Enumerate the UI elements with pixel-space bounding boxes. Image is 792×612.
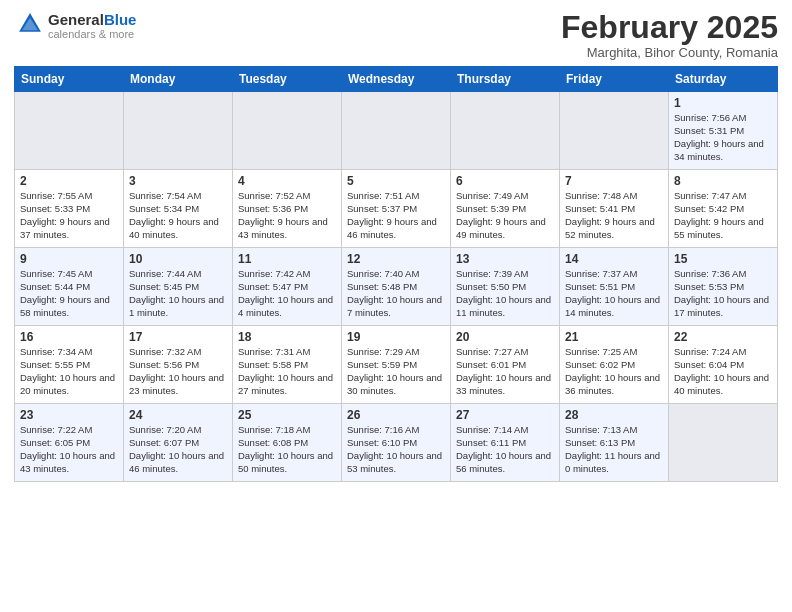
day-number: 20	[456, 330, 554, 344]
day-info: Sunrise: 7:32 AM Sunset: 5:56 PM Dayligh…	[129, 346, 227, 397]
calendar-day-cell: 27Sunrise: 7:14 AM Sunset: 6:11 PM Dayli…	[451, 404, 560, 482]
calendar-day-cell: 15Sunrise: 7:36 AM Sunset: 5:53 PM Dayli…	[669, 248, 778, 326]
logo: GeneralBlue calendars & more	[14, 10, 136, 42]
calendar-day-cell	[560, 92, 669, 170]
calendar-day-cell	[451, 92, 560, 170]
day-number: 19	[347, 330, 445, 344]
day-number: 28	[565, 408, 663, 422]
day-info: Sunrise: 7:14 AM Sunset: 6:11 PM Dayligh…	[456, 424, 554, 475]
day-number: 15	[674, 252, 772, 266]
calendar-day-cell: 17Sunrise: 7:32 AM Sunset: 5:56 PM Dayli…	[124, 326, 233, 404]
calendar-table: SundayMondayTuesdayWednesdayThursdayFrid…	[14, 66, 778, 482]
weekday-header: Friday	[560, 67, 669, 92]
day-number: 2	[20, 174, 118, 188]
day-info: Sunrise: 7:24 AM Sunset: 6:04 PM Dayligh…	[674, 346, 772, 397]
title-block: February 2025 Marghita, Bihor County, Ro…	[561, 10, 778, 60]
day-number: 21	[565, 330, 663, 344]
calendar-day-cell: 1Sunrise: 7:56 AM Sunset: 5:31 PM Daylig…	[669, 92, 778, 170]
day-info: Sunrise: 7:44 AM Sunset: 5:45 PM Dayligh…	[129, 268, 227, 319]
day-number: 25	[238, 408, 336, 422]
day-info: Sunrise: 7:31 AM Sunset: 5:58 PM Dayligh…	[238, 346, 336, 397]
weekday-header: Wednesday	[342, 67, 451, 92]
day-number: 16	[20, 330, 118, 344]
day-info: Sunrise: 7:18 AM Sunset: 6:08 PM Dayligh…	[238, 424, 336, 475]
location: Marghita, Bihor County, Romania	[561, 45, 778, 60]
calendar-day-cell: 25Sunrise: 7:18 AM Sunset: 6:08 PM Dayli…	[233, 404, 342, 482]
month-title: February 2025	[561, 10, 778, 45]
calendar-week-row: 1Sunrise: 7:56 AM Sunset: 5:31 PM Daylig…	[15, 92, 778, 170]
day-info: Sunrise: 7:54 AM Sunset: 5:34 PM Dayligh…	[129, 190, 227, 241]
calendar-day-cell	[233, 92, 342, 170]
calendar-week-row: 16Sunrise: 7:34 AM Sunset: 5:55 PM Dayli…	[15, 326, 778, 404]
day-number: 3	[129, 174, 227, 188]
day-number: 22	[674, 330, 772, 344]
day-number: 23	[20, 408, 118, 422]
header: GeneralBlue calendars & more February 20…	[14, 10, 778, 60]
calendar-day-cell	[124, 92, 233, 170]
day-info: Sunrise: 7:34 AM Sunset: 5:55 PM Dayligh…	[20, 346, 118, 397]
day-number: 10	[129, 252, 227, 266]
day-number: 24	[129, 408, 227, 422]
day-info: Sunrise: 7:40 AM Sunset: 5:48 PM Dayligh…	[347, 268, 445, 319]
day-info: Sunrise: 7:20 AM Sunset: 6:07 PM Dayligh…	[129, 424, 227, 475]
calendar-day-cell: 7Sunrise: 7:48 AM Sunset: 5:41 PM Daylig…	[560, 170, 669, 248]
calendar-day-cell: 5Sunrise: 7:51 AM Sunset: 5:37 PM Daylig…	[342, 170, 451, 248]
calendar-day-cell: 14Sunrise: 7:37 AM Sunset: 5:51 PM Dayli…	[560, 248, 669, 326]
calendar-day-cell	[342, 92, 451, 170]
calendar-day-cell: 11Sunrise: 7:42 AM Sunset: 5:47 PM Dayli…	[233, 248, 342, 326]
calendar-day-cell: 4Sunrise: 7:52 AM Sunset: 5:36 PM Daylig…	[233, 170, 342, 248]
day-number: 1	[674, 96, 772, 110]
weekday-header: Saturday	[669, 67, 778, 92]
day-info: Sunrise: 7:39 AM Sunset: 5:50 PM Dayligh…	[456, 268, 554, 319]
day-info: Sunrise: 7:56 AM Sunset: 5:31 PM Dayligh…	[674, 112, 772, 163]
day-info: Sunrise: 7:27 AM Sunset: 6:01 PM Dayligh…	[456, 346, 554, 397]
day-number: 26	[347, 408, 445, 422]
logo-blue: Blue	[104, 11, 137, 28]
day-info: Sunrise: 7:48 AM Sunset: 5:41 PM Dayligh…	[565, 190, 663, 241]
calendar-week-row: 2Sunrise: 7:55 AM Sunset: 5:33 PM Daylig…	[15, 170, 778, 248]
day-number: 27	[456, 408, 554, 422]
calendar-page: GeneralBlue calendars & more February 20…	[0, 0, 792, 612]
calendar-week-row: 9Sunrise: 7:45 AM Sunset: 5:44 PM Daylig…	[15, 248, 778, 326]
weekday-header: Thursday	[451, 67, 560, 92]
day-info: Sunrise: 7:45 AM Sunset: 5:44 PM Dayligh…	[20, 268, 118, 319]
day-info: Sunrise: 7:55 AM Sunset: 5:33 PM Dayligh…	[20, 190, 118, 241]
day-number: 4	[238, 174, 336, 188]
calendar-header-row: SundayMondayTuesdayWednesdayThursdayFrid…	[15, 67, 778, 92]
day-info: Sunrise: 7:47 AM Sunset: 5:42 PM Dayligh…	[674, 190, 772, 241]
day-number: 8	[674, 174, 772, 188]
day-info: Sunrise: 7:36 AM Sunset: 5:53 PM Dayligh…	[674, 268, 772, 319]
day-number: 6	[456, 174, 554, 188]
weekday-header: Tuesday	[233, 67, 342, 92]
day-info: Sunrise: 7:49 AM Sunset: 5:39 PM Dayligh…	[456, 190, 554, 241]
day-number: 13	[456, 252, 554, 266]
weekday-header: Monday	[124, 67, 233, 92]
day-info: Sunrise: 7:16 AM Sunset: 6:10 PM Dayligh…	[347, 424, 445, 475]
calendar-day-cell: 3Sunrise: 7:54 AM Sunset: 5:34 PM Daylig…	[124, 170, 233, 248]
day-info: Sunrise: 7:37 AM Sunset: 5:51 PM Dayligh…	[565, 268, 663, 319]
calendar-day-cell: 6Sunrise: 7:49 AM Sunset: 5:39 PM Daylig…	[451, 170, 560, 248]
calendar-day-cell: 12Sunrise: 7:40 AM Sunset: 5:48 PM Dayli…	[342, 248, 451, 326]
day-number: 5	[347, 174, 445, 188]
calendar-day-cell: 20Sunrise: 7:27 AM Sunset: 6:01 PM Dayli…	[451, 326, 560, 404]
calendar-day-cell	[669, 404, 778, 482]
logo-icon	[16, 10, 44, 38]
calendar-day-cell: 13Sunrise: 7:39 AM Sunset: 5:50 PM Dayli…	[451, 248, 560, 326]
day-number: 12	[347, 252, 445, 266]
day-number: 17	[129, 330, 227, 344]
calendar-day-cell: 10Sunrise: 7:44 AM Sunset: 5:45 PM Dayli…	[124, 248, 233, 326]
day-info: Sunrise: 7:13 AM Sunset: 6:13 PM Dayligh…	[565, 424, 663, 475]
day-number: 7	[565, 174, 663, 188]
calendar-day-cell: 2Sunrise: 7:55 AM Sunset: 5:33 PM Daylig…	[15, 170, 124, 248]
day-number: 11	[238, 252, 336, 266]
calendar-week-row: 23Sunrise: 7:22 AM Sunset: 6:05 PM Dayli…	[15, 404, 778, 482]
weekday-header: Sunday	[15, 67, 124, 92]
day-info: Sunrise: 7:52 AM Sunset: 5:36 PM Dayligh…	[238, 190, 336, 241]
day-info: Sunrise: 7:42 AM Sunset: 5:47 PM Dayligh…	[238, 268, 336, 319]
calendar-day-cell: 9Sunrise: 7:45 AM Sunset: 5:44 PM Daylig…	[15, 248, 124, 326]
calendar-day-cell: 8Sunrise: 7:47 AM Sunset: 5:42 PM Daylig…	[669, 170, 778, 248]
day-number: 18	[238, 330, 336, 344]
day-info: Sunrise: 7:51 AM Sunset: 5:37 PM Dayligh…	[347, 190, 445, 241]
calendar-day-cell: 24Sunrise: 7:20 AM Sunset: 6:07 PM Dayli…	[124, 404, 233, 482]
logo-tagline: calendars & more	[48, 29, 136, 40]
